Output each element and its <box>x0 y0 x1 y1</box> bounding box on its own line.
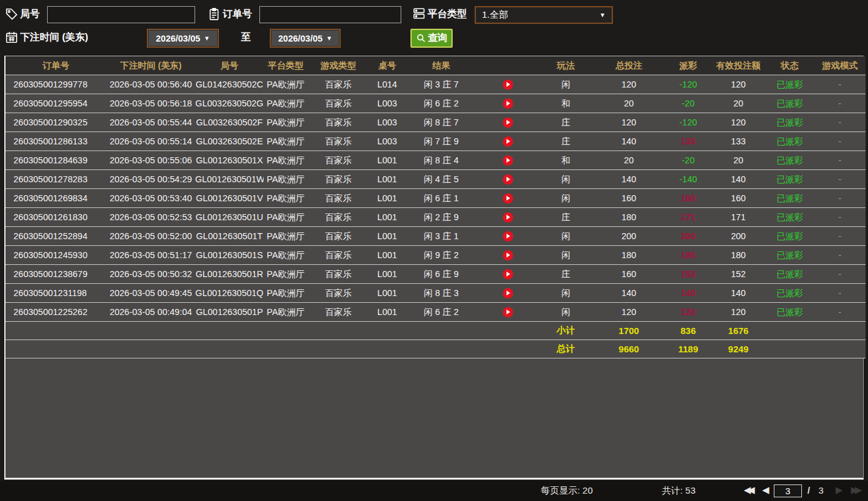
cell-play: 和 <box>539 94 593 113</box>
table-row: 2603050012861332026-03-05 00:55:14GL0032… <box>6 132 866 151</box>
last-page-button[interactable]: ▶▶ <box>851 484 859 495</box>
cell-game_mode: - <box>814 208 866 227</box>
column-header-bet_time: 下注时间 (美东) <box>106 56 195 75</box>
table-row: 2603050012782832026-03-05 00:54:29GL0012… <box>6 170 866 189</box>
cell-game_mode: - <box>814 284 866 303</box>
play-video-button[interactable] <box>503 288 513 299</box>
cell-table_no: L014 <box>369 75 406 94</box>
cell-play: 庄 <box>539 113 593 132</box>
cell-payout: -120 <box>665 75 711 94</box>
calendar-icon <box>5 31 18 44</box>
cell-result: 闲 6 庄 9 <box>406 265 539 284</box>
date-to-picker[interactable]: 2026/03/05 ▼ <box>270 29 341 48</box>
table-row: 2603050012903252026-03-05 00:55:44GL0032… <box>6 113 866 132</box>
cell-table_no: L001 <box>369 170 406 189</box>
cell-status: 已派彩 <box>765 94 814 113</box>
next-page-button[interactable]: ▶ <box>836 484 840 495</box>
empty-cell <box>106 340 195 358</box>
cell-round_no: GL0012630501T <box>195 227 264 246</box>
cell-status: 已派彩 <box>765 208 814 227</box>
cell-round_no: GL0012630501Q <box>195 284 264 303</box>
play-video-button[interactable] <box>503 212 513 223</box>
cell-round_no: GL0012630501U <box>195 208 264 227</box>
play-video-button[interactable] <box>503 193 513 204</box>
play-video-button[interactable] <box>503 155 513 166</box>
cell-valid_bet: 171 <box>711 208 765 227</box>
cell-total_bet: 20 <box>593 151 665 170</box>
cell-valid_bet: 133 <box>711 132 765 151</box>
cell-order_no: 260305001261830 <box>6 208 106 227</box>
current-page-input[interactable]: 3 <box>774 484 802 497</box>
cell-status: 已派彩 <box>765 227 814 246</box>
cell-order_no: 260305001252894 <box>6 227 106 246</box>
cell-game_mode: - <box>814 132 866 151</box>
cell-payout: -20 <box>665 151 711 170</box>
cell-table_no: L001 <box>369 246 406 265</box>
table-row: 2603050012311982026-03-05 00:49:45GL0012… <box>6 284 866 303</box>
prev-page-button[interactable]: ◀ <box>762 484 766 495</box>
cell-status: 已派彩 <box>765 246 814 265</box>
play-video-button[interactable] <box>503 250 513 261</box>
cell-table_no: L003 <box>369 94 406 113</box>
empty-cell <box>406 322 539 340</box>
table-row: 2603050012846392026-03-05 00:55:06GL0012… <box>6 151 866 170</box>
cell-total_bet: 180 <box>593 208 665 227</box>
play-video-button[interactable] <box>503 174 513 185</box>
empty-cell <box>406 340 539 358</box>
cell-table_no: L001 <box>369 265 406 284</box>
play-video-button[interactable] <box>503 231 513 242</box>
cell-platform: PA欧洲厅 <box>264 132 308 151</box>
column-header-play: 玩法 <box>539 56 593 75</box>
cell-result: 闲 6 庄 2 <box>406 94 539 113</box>
first-page-button[interactable]: ◀◀ <box>744 484 752 495</box>
play-video-button[interactable] <box>503 80 513 90</box>
cell-order_no: 260305001290325 <box>6 113 106 132</box>
play-video-button[interactable] <box>503 307 513 317</box>
cell-payout: 180 <box>665 246 711 265</box>
cell-status: 已派彩 <box>765 113 814 132</box>
query-button-label: 查询 <box>428 32 448 45</box>
table-row: 2603050012959542026-03-05 00:56:18GL0032… <box>6 94 866 113</box>
total-pages-label: 3 <box>818 485 823 495</box>
cell-table_no: L001 <box>369 151 406 170</box>
cell-order_no: 260305001245930 <box>6 246 106 265</box>
cell-bet_time: 2026-03-05 00:55:06 <box>106 151 195 170</box>
cell-result: 闲 8 庄 3 <box>406 284 539 303</box>
cell-payout: 120 <box>665 303 711 322</box>
empty-cell <box>6 322 106 340</box>
bet-records-table: 订单号下注时间 (美东)局号平台类型游戏类型桌号结果玩法总投注派彩有效投注额状态… <box>4 56 864 480</box>
cell-status: 已派彩 <box>765 170 814 189</box>
date-from-picker[interactable]: 2026/03/05 ▼ <box>147 29 219 48</box>
cell-game_mode: - <box>814 246 866 265</box>
cell-game_type: 百家乐 <box>308 284 369 303</box>
cell-order_no: 260305001286133 <box>6 132 106 151</box>
order-no-input[interactable] <box>259 6 401 23</box>
play-video-button[interactable] <box>503 117 513 128</box>
cell-valid_bet: 160 <box>711 189 765 208</box>
column-header-platform: 平台类型 <box>264 56 308 75</box>
cell-bet_time: 2026-03-05 00:56:18 <box>106 94 195 113</box>
cell-platform: PA欧洲厅 <box>264 113 308 132</box>
platform-type-dropdown[interactable]: 1.全部 ▼ <box>475 6 613 24</box>
empty-cell <box>814 322 866 340</box>
play-video-button[interactable] <box>503 98 513 109</box>
empty-cell <box>308 340 369 358</box>
cell-order_no: 260305001284639 <box>6 151 106 170</box>
cell-table_no: L001 <box>369 227 406 246</box>
cell-game_type: 百家乐 <box>308 208 369 227</box>
cell-total_bet: 140 <box>593 132 665 151</box>
clipboard-icon <box>207 7 221 21</box>
column-header-game_type: 游戏类型 <box>308 56 369 75</box>
empty-cell <box>814 340 866 358</box>
round-no-input[interactable] <box>47 6 195 23</box>
cell-platform: PA欧洲厅 <box>264 246 308 265</box>
cell-valid_bet: 20 <box>711 94 765 113</box>
cell-table_no: L003 <box>369 113 406 132</box>
cell-result: 闲 8 庄 7 <box>406 113 539 132</box>
play-video-button[interactable] <box>503 269 513 280</box>
play-video-button[interactable] <box>503 136 513 147</box>
cell-valid_bet: 120 <box>711 75 765 94</box>
play-icon <box>506 177 510 182</box>
column-header-order_no: 订单号 <box>6 56 106 75</box>
query-button[interactable]: 查询 <box>410 29 453 48</box>
